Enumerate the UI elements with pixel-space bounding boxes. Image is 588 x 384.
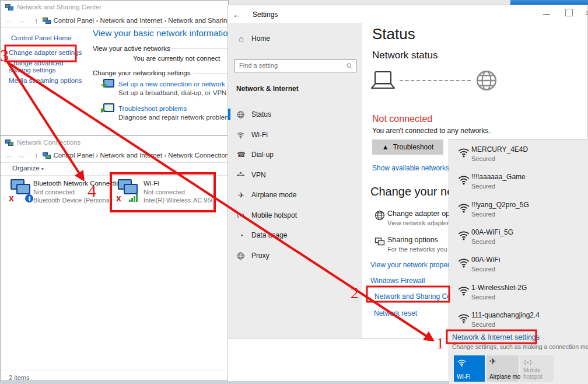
wifi-quick-toggle[interactable]: Wi-Fi xyxy=(454,355,485,382)
sidebar-item-status[interactable]: Status xyxy=(228,107,362,122)
organize-menu-button[interactable]: Organize ▾ xyxy=(12,165,44,172)
globe-icon xyxy=(236,110,246,119)
adapter-device: Bluetooth Device (Persona... sa ... xyxy=(33,197,109,204)
close-button[interactable]: ✕ xyxy=(585,9,588,18)
phone-icon: ☎ xyxy=(236,151,246,159)
control-panel-home-link[interactable]: Control Panel Home xyxy=(11,34,87,41)
nc-breadcrumb[interactable]: Control Panel › Network and Internet › N… xyxy=(43,152,229,159)
minimize-button[interactable]: — xyxy=(543,10,550,18)
search-input[interactable] xyxy=(238,61,344,69)
airplane-icon: ✈ xyxy=(236,191,246,200)
network-sharing-center-icon xyxy=(5,4,13,11)
nc-statusbar: 2 items xyxy=(1,371,229,381)
items-count: 2 items xyxy=(9,374,29,381)
forward-icon[interactable]: → xyxy=(17,151,24,160)
up-icon[interactable]: ↑ xyxy=(34,151,38,160)
connection-dashed-line xyxy=(400,80,471,81)
background-window-titlebar xyxy=(510,0,588,5)
divider xyxy=(170,48,228,49)
wifi-icon xyxy=(457,312,470,324)
page-title: Status xyxy=(372,25,415,43)
troubleshoot-button[interactable]: ▲ Troubleshoot xyxy=(372,139,443,155)
nc-addressbar[interactable]: ← → ˇ ↑ Control Panel › Network and Inte… xyxy=(1,148,228,163)
mobile-hotspot-quick-toggle[interactable]: Mobile hotspot xyxy=(520,355,554,382)
wifi-icon xyxy=(457,256,470,269)
sidebar-item-wifi[interactable]: Wi-Fi xyxy=(228,127,362,142)
recent-pages-icon[interactable]: ˇ xyxy=(29,18,30,23)
not-connected-desc: You aren't connected to any networks. xyxy=(372,127,491,135)
adapter-name: Wi-Fi xyxy=(144,180,159,187)
view-network-properties-link[interactable]: View your network properties xyxy=(370,261,461,269)
wifi-flyout: MERCURY_4E4D Secured !!!!aaaaaa_Game Sec… xyxy=(449,139,588,384)
nsc-breadcrumb[interactable]: Control Panel › Network and Internet › N… xyxy=(43,17,229,24)
sidebar-item-dialup[interactable]: ☎ Dial-up xyxy=(228,147,362,162)
desktop: Network and Sharing Center ← → ˇ ↑ Contr… xyxy=(0,0,588,384)
forward-icon[interactable]: → xyxy=(17,16,24,25)
network-internet-settings-desc: Change settings, such as making a connec… xyxy=(452,343,588,350)
network-reset-link[interactable]: Network reset xyxy=(374,309,417,317)
warning-icon: ▲ xyxy=(382,143,389,151)
search-box[interactable] xyxy=(234,60,356,72)
wifi-network-item[interactable]: 111-quanchangjing2.4 Secured xyxy=(449,309,588,335)
windows-firewall-link[interactable]: Windows Firewall xyxy=(370,277,425,285)
airplane-mode-quick-toggle[interactable]: ✈ Airplane mode xyxy=(487,355,519,382)
breadcrumb-icon xyxy=(43,17,51,24)
troubleshoot-problems-link[interactable]: Troubleshoot problems xyxy=(118,105,187,112)
back-icon[interactable]: ← xyxy=(5,151,13,160)
network-internet-settings-link[interactable]: Network & Internet settings xyxy=(452,333,540,341)
wifi-network-item[interactable]: 00A-WiFi Secured xyxy=(449,254,588,280)
sharing-options-link[interactable]: Sharing options xyxy=(387,236,438,244)
wifi-icon xyxy=(457,146,470,159)
airplane-icon: ✈ xyxy=(489,357,496,366)
back-icon[interactable]: ← xyxy=(5,16,13,25)
wifi-network-item[interactable]: MERCURY_4E4D Secured xyxy=(449,144,588,169)
step-3-label: 3 xyxy=(0,46,9,65)
signal-bars-icon xyxy=(129,194,138,202)
adapter-status: Not connected xyxy=(144,188,185,196)
wifi-network-item[interactable]: 00A-WiFi_5G Secured xyxy=(449,226,588,252)
adapter-device: Intel(R) Wireless-AC 9560 160MHz xyxy=(144,197,212,204)
pie-chart-icon: ◔ xyxy=(236,231,246,240)
disconnected-x-icon: X xyxy=(116,195,121,203)
maximize-button[interactable] xyxy=(565,9,573,16)
nsc-addressbar[interactable]: ← → ˇ ↑ Control Panel › Network and Inte… xyxy=(1,13,228,28)
wifi-network-item[interactable]: 1-WirelessNet-2G Secured xyxy=(449,282,588,308)
settings-window-title: Settings xyxy=(253,11,278,19)
adapter-status: Not connected xyxy=(33,188,75,196)
network-sharing-center-window: Network and Sharing Center ← → ˇ ↑ Contr… xyxy=(0,0,229,136)
new-connection-icon: ✚ xyxy=(101,79,114,89)
wifi-icon xyxy=(457,201,470,214)
media-streaming-options-link[interactable]: Media streaming options xyxy=(9,77,85,84)
selected-indicator xyxy=(228,109,230,120)
laptop-icon xyxy=(370,71,397,90)
adapter-name: Bluetooth Network Connection xyxy=(33,180,124,187)
up-icon[interactable]: ↑ xyxy=(34,16,38,25)
show-available-networks-link[interactable]: Show available networks xyxy=(372,164,449,172)
sidebar-item-airplane-mode[interactable]: ✈ Airplane mode xyxy=(228,187,362,203)
change-adapter-settings-link[interactable]: Change adapter settings xyxy=(9,49,85,56)
wifi-icon xyxy=(457,173,470,186)
nc-toolbar: Organize ▾ xyxy=(1,162,229,176)
recent-pages-icon[interactable]: ˇ xyxy=(29,152,30,158)
wifi-network-item[interactable]: !!!yang_Q2pro_5G Secured xyxy=(449,199,588,225)
step-4-label: 4 xyxy=(88,181,96,201)
sidebar-item-proxy[interactable]: Proxy xyxy=(228,248,362,263)
disconnected-x-icon: X xyxy=(9,195,14,203)
search-icon[interactable] xyxy=(346,62,353,69)
nsc-heading: View your basic network information and … xyxy=(93,28,229,38)
sidebar-item-vpn[interactable]: VPN xyxy=(228,167,362,183)
back-icon[interactable]: ← xyxy=(233,10,241,19)
sidebar-item-mobile-hotspot[interactable]: Mobile hotspot xyxy=(228,208,362,223)
change-advanced-sharing-link[interactable]: Change advanced sharing settings xyxy=(9,60,78,74)
setup-new-connection-link[interactable]: Set up a new connection or network xyxy=(118,81,225,88)
nsc-titlebar[interactable]: Network and Sharing Center xyxy=(1,1,228,13)
globe-icon xyxy=(236,252,246,260)
wifi-network-item[interactable]: !!!!aaaaaa_Game Secured xyxy=(449,171,588,197)
nav-section-title: Network & Internet xyxy=(236,85,299,93)
sharing-options-icon xyxy=(374,235,386,247)
divider xyxy=(193,73,228,74)
sidebar-item-data-usage[interactable]: ◔ Data usage xyxy=(228,228,362,243)
sidebar-item-home[interactable]: ⌂ Home xyxy=(228,31,362,46)
setup-new-connection-desc: Set up a broadband, dial-up, or VPN conn… xyxy=(118,89,229,96)
nc-titlebar[interactable]: Network Connections xyxy=(1,136,228,149)
